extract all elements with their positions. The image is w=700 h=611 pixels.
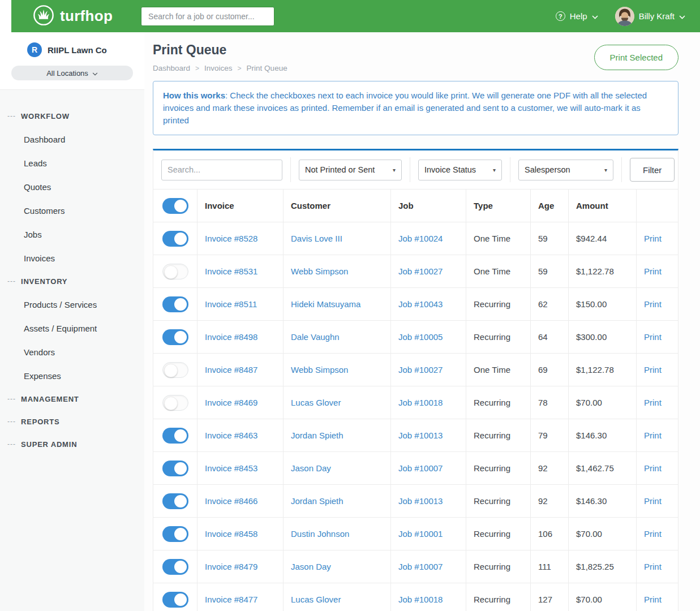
row-select-toggle[interactable] bbox=[162, 461, 188, 476]
invoice-link[interactable]: Invoice #8469 bbox=[205, 398, 257, 407]
sidebar-section-inventory[interactable]: ---INVENTORY bbox=[0, 270, 144, 292]
sidebar-section-management[interactable]: ---MANAGEMENT bbox=[0, 388, 144, 410]
print-link[interactable]: Print bbox=[644, 529, 662, 539]
breadcrumb-item-dashboard[interactable]: Dashboard bbox=[153, 64, 190, 72]
invoice-link[interactable]: Invoice #8479 bbox=[205, 562, 257, 571]
customer-link[interactable]: Jason Day bbox=[291, 463, 331, 473]
print-link[interactable]: Print bbox=[644, 365, 662, 375]
sidebar-item-invoices[interactable]: Invoices bbox=[0, 246, 144, 270]
sidebar-item-products-services[interactable]: Products / Services bbox=[0, 292, 144, 316]
customer-link[interactable]: Dale Vaughn bbox=[291, 332, 340, 342]
global-search-input[interactable] bbox=[141, 7, 274, 26]
sidebar-item-jobs[interactable]: Jobs bbox=[0, 222, 144, 246]
logo[interactable]: turfhop bbox=[33, 5, 113, 28]
customer-link[interactable]: Hideki Matsuyama bbox=[291, 299, 360, 309]
sidebar-item-customers[interactable]: Customers bbox=[0, 199, 144, 222]
salesperson-select[interactable]: Salesperson ▾ bbox=[518, 160, 613, 180]
invoice-link[interactable]: Invoice #8458 bbox=[205, 529, 257, 539]
sidebar-item-vendors[interactable]: Vendors bbox=[0, 340, 144, 364]
select-all-toggle[interactable] bbox=[162, 198, 188, 214]
column-header-job[interactable]: Job bbox=[391, 190, 466, 222]
print-link[interactable]: Print bbox=[644, 463, 662, 473]
sidebar-item-leads[interactable]: Leads bbox=[0, 151, 144, 175]
sidebar-section-reports[interactable]: ---REPORTS bbox=[0, 410, 144, 433]
job-link[interactable]: Job #10001 bbox=[398, 529, 443, 539]
print-link[interactable]: Print bbox=[644, 266, 662, 276]
job-link[interactable]: Job #10027 bbox=[398, 365, 443, 375]
job-link[interactable]: Job #10043 bbox=[398, 299, 443, 309]
select-arrow-icon: ▾ bbox=[604, 167, 607, 173]
invoice-link[interactable]: Invoice #8463 bbox=[205, 431, 257, 440]
row-select-toggle[interactable] bbox=[162, 395, 188, 411]
job-link[interactable]: Job #10005 bbox=[398, 332, 443, 342]
sidebar-item-expenses[interactable]: Expenses bbox=[0, 364, 144, 388]
job-link[interactable]: Job #10018 bbox=[398, 595, 443, 604]
row-select-toggle[interactable] bbox=[162, 428, 188, 444]
column-header-type[interactable]: Type bbox=[466, 190, 531, 222]
print-link[interactable]: Print bbox=[644, 496, 662, 506]
invoice-link[interactable]: Invoice #8466 bbox=[205, 496, 257, 506]
row-select-toggle[interactable] bbox=[162, 493, 188, 509]
job-link[interactable]: Job #10024 bbox=[398, 234, 443, 243]
row-select-toggle[interactable] bbox=[162, 362, 188, 378]
job-link[interactable]: Job #10013 bbox=[398, 431, 443, 440]
row-select-toggle[interactable] bbox=[162, 329, 188, 345]
turfhop-logo-icon bbox=[33, 5, 54, 28]
print-link[interactable]: Print bbox=[644, 234, 662, 243]
row-select-toggle[interactable] bbox=[162, 559, 188, 575]
job-link[interactable]: Job #10018 bbox=[398, 398, 443, 407]
sidebar-item-assets-equipment[interactable]: Assets / Equipment bbox=[0, 316, 144, 340]
column-header-customer[interactable]: Customer bbox=[284, 190, 391, 222]
locations-dropdown[interactable]: All Locations bbox=[11, 66, 133, 80]
customer-link[interactable]: Dustin Johnson bbox=[291, 529, 349, 539]
print-link[interactable]: Print bbox=[644, 595, 662, 604]
print-link[interactable]: Print bbox=[644, 431, 662, 440]
customer-link[interactable]: Davis Love III bbox=[291, 234, 342, 243]
job-link[interactable]: Job #10013 bbox=[398, 496, 443, 506]
row-select-toggle[interactable] bbox=[162, 264, 188, 279]
customer-link[interactable]: Lucas Glover bbox=[291, 398, 341, 407]
sidebar-section-workflow[interactable]: ---WORKFLOW bbox=[0, 105, 144, 127]
invoice-link[interactable]: Invoice #8477 bbox=[205, 595, 257, 604]
sidebar-item-dashboard[interactable]: Dashboard bbox=[0, 127, 144, 151]
print-link[interactable]: Print bbox=[644, 398, 662, 407]
job-link[interactable]: Job #10007 bbox=[398, 562, 443, 571]
job-link[interactable]: Job #10027 bbox=[398, 266, 443, 276]
invoice-age: 127 bbox=[538, 595, 552, 604]
user-menu[interactable]: Billy Kraft bbox=[615, 7, 685, 26]
row-select-toggle[interactable] bbox=[162, 296, 188, 312]
customer-link[interactable]: Jason Day bbox=[291, 562, 331, 571]
table-search-input[interactable] bbox=[161, 160, 282, 180]
invoice-link[interactable]: Invoice #8511 bbox=[205, 299, 257, 309]
customer-link[interactable]: Jordan Spieth bbox=[291, 496, 343, 506]
printed-filter-select[interactable]: Not Printed or Sent ▾ bbox=[299, 160, 402, 180]
invoice-link[interactable]: Invoice #8498 bbox=[205, 332, 257, 342]
print-selected-button[interactable]: Print Selected bbox=[594, 45, 678, 70]
row-select-toggle[interactable] bbox=[162, 592, 188, 608]
row-select-toggle[interactable] bbox=[162, 231, 188, 247]
print-link[interactable]: Print bbox=[644, 332, 662, 342]
invoice-link[interactable]: Invoice #8487 bbox=[205, 365, 257, 375]
customer-link[interactable]: Jordan Spieth bbox=[291, 431, 343, 440]
invoice-status-select[interactable]: Invoice Status ▾ bbox=[418, 160, 502, 180]
print-link[interactable]: Print bbox=[644, 562, 662, 571]
company-selector[interactable]: R RIIPL Lawn Co bbox=[11, 42, 133, 57]
sidebar-section-super-admin[interactable]: ---SUPER ADMIN bbox=[0, 433, 144, 455]
column-header-amount[interactable]: Amount bbox=[569, 190, 637, 222]
invoice-link[interactable]: Invoice #8528 bbox=[205, 234, 257, 243]
customer-link[interactable]: Webb Simpson bbox=[291, 365, 348, 375]
invoice-type: Recurring bbox=[474, 562, 510, 571]
customer-link[interactable]: Webb Simpson bbox=[291, 266, 348, 276]
invoice-link[interactable]: Invoice #8531 bbox=[205, 266, 257, 276]
help-menu[interactable]: ? Help bbox=[556, 11, 598, 21]
column-header-age[interactable]: Age bbox=[531, 190, 569, 222]
column-header-invoice[interactable]: Invoice bbox=[197, 190, 284, 222]
job-link[interactable]: Job #10007 bbox=[398, 463, 443, 473]
filter-button[interactable]: Filter bbox=[630, 158, 675, 182]
print-link[interactable]: Print bbox=[644, 299, 662, 309]
breadcrumb-item-invoices[interactable]: Invoices bbox=[204, 64, 233, 72]
customer-link[interactable]: Lucas Glover bbox=[291, 595, 341, 604]
row-select-toggle[interactable] bbox=[162, 526, 188, 542]
invoice-link[interactable]: Invoice #8453 bbox=[205, 463, 257, 473]
sidebar-item-quotes[interactable]: Quotes bbox=[0, 175, 144, 199]
